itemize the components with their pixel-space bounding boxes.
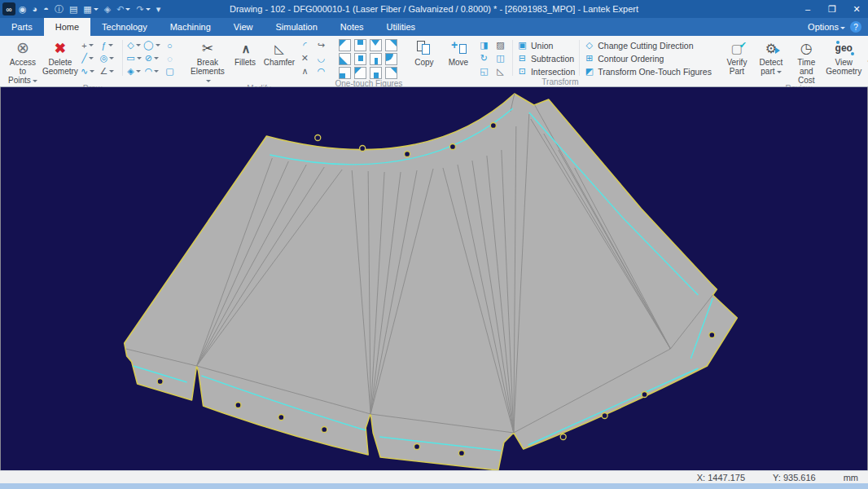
options-menu[interactable]: Options bbox=[808, 22, 845, 32]
one-touch-figure-icon[interactable] bbox=[339, 53, 351, 65]
transform-one-touch-button[interactable]: ◩ Transform One-Touch Figures bbox=[584, 65, 712, 77]
part-outline[interactable] bbox=[125, 94, 738, 470]
one-touch-figure-icon[interactable] bbox=[354, 67, 366, 79]
time-cost-label: Time and bbox=[791, 58, 822, 76]
scissors-icon: ✂ bbox=[202, 44, 213, 53]
arc-tool-icon[interactable]: ◠ bbox=[145, 65, 159, 77]
tab-parts[interactable]: Parts bbox=[0, 18, 44, 36]
detect-label: Detect bbox=[759, 58, 783, 67]
save-icon[interactable]: ▤ bbox=[69, 4, 77, 15]
slot-tool-icon[interactable]: ▢ bbox=[163, 65, 177, 77]
rotate-icon[interactable]: ↻ bbox=[477, 52, 491, 64]
app-logo-icon[interactable]: ∞ bbox=[2, 2, 15, 15]
arc-fit-icon[interactable]: ◠ bbox=[314, 65, 328, 77]
circle2-tool-icon[interactable]: ○ bbox=[163, 39, 177, 51]
line-tool-icon[interactable]: ╱ bbox=[81, 52, 94, 64]
mirror-icon[interactable]: ◨ bbox=[477, 39, 491, 51]
one-touch-figure-icon[interactable] bbox=[339, 39, 351, 51]
hole bbox=[414, 444, 420, 450]
transform-one-touch-icon: ◩ bbox=[584, 66, 594, 77]
trim-cross-icon[interactable]: ✕ bbox=[298, 52, 312, 64]
move-button[interactable]: + Move bbox=[441, 38, 476, 67]
union-button[interactable]: ▣ Union bbox=[517, 39, 575, 51]
customize-toolbar-icon[interactable]: ▾ bbox=[156, 4, 161, 15]
loop-trim-icon[interactable]: ◜ bbox=[298, 39, 312, 51]
contour-ordering-button[interactable]: ⊞ Contour Ordering bbox=[584, 52, 712, 64]
mirror-copy-icon[interactable]: ▨ bbox=[493, 39, 507, 51]
polyline-tool-icon[interactable]: ∿ bbox=[81, 65, 94, 77]
angle-tool-icon[interactable]: ∠ bbox=[100, 65, 114, 77]
ellipse-tool-icon[interactable]: ◌ bbox=[163, 52, 177, 64]
view-geometry-label: View bbox=[835, 58, 853, 67]
one-touch-figure-icon[interactable] bbox=[385, 67, 397, 79]
view-geometry-button[interactable]: geo View Geometry bbox=[825, 38, 863, 76]
open-icon[interactable]: ◕ bbox=[33, 4, 38, 14]
intersection-button[interactable]: ⊡ Intersection bbox=[517, 65, 575, 77]
chamfer-button[interactable]: ◺ Chamfer bbox=[262, 38, 296, 67]
print-icon[interactable]: ▦ bbox=[83, 4, 98, 15]
drawing-canvas[interactable] bbox=[0, 87, 868, 470]
one-touch-figure-icon[interactable] bbox=[339, 67, 351, 79]
stretch-curve-icon[interactable]: ◡ bbox=[314, 52, 328, 64]
skew-icon[interactable]: ◺ bbox=[493, 65, 507, 77]
tab-utilities[interactable]: Utilities bbox=[375, 18, 427, 36]
restore-button[interactable]: ❐ bbox=[821, 1, 844, 17]
preview-icon[interactable]: ◈ bbox=[104, 4, 111, 15]
info-icon[interactable]: ⓘ bbox=[55, 3, 64, 15]
delete-geometry-label2: Geometry bbox=[42, 67, 78, 76]
ribbon-group-one-touch: One-touch Figures bbox=[335, 36, 403, 86]
one-touch-figure-icon[interactable] bbox=[385, 53, 397, 65]
verify-part-button[interactable]: ▢✔ Verify Part bbox=[720, 38, 754, 76]
subtraction-button[interactable]: ⊟ Subtraction bbox=[517, 52, 575, 64]
scale-icon[interactable]: ◱ bbox=[477, 65, 491, 77]
access-to-points-button[interactable]: ⊗ Access to Points bbox=[4, 38, 42, 85]
undo-icon[interactable]: ↶ bbox=[116, 4, 130, 15]
one-touch-figure-icon[interactable] bbox=[385, 39, 397, 51]
one-touch-figure-icon[interactable] bbox=[370, 53, 382, 65]
nodes-icon[interactable]: ◬ bbox=[865, 51, 868, 63]
measure-icon[interactable]: ∗ bbox=[865, 38, 868, 50]
change-cutting-direction-button[interactable]: ◇ Change Cutting Direction bbox=[584, 39, 712, 51]
one-touch-figure-icon[interactable] bbox=[370, 67, 382, 79]
move-label: Move bbox=[449, 58, 468, 67]
circle-tool-icon[interactable]: ◎ bbox=[100, 52, 114, 64]
rectangle-tool-icon[interactable]: ▭ bbox=[127, 52, 141, 64]
minimize-button[interactable]: – bbox=[796, 1, 819, 17]
copy-button[interactable]: Copy bbox=[407, 38, 441, 67]
tab-simulation[interactable]: Simulation bbox=[264, 18, 328, 36]
redo-icon[interactable]: ↷ bbox=[136, 4, 150, 15]
close-button[interactable]: ✕ bbox=[845, 1, 868, 17]
modify-tools-grid: ◜ ↪ ✕ ◡ ∧ ◠ bbox=[298, 39, 329, 77]
hole bbox=[458, 451, 464, 456]
break-elements-button[interactable]: ✂ Break Elements bbox=[187, 38, 228, 85]
help-button[interactable]: ? bbox=[850, 21, 861, 33]
rounded-rect-tool-icon[interactable]: ◈ bbox=[127, 65, 141, 77]
tab-notes[interactable]: Notes bbox=[329, 18, 375, 36]
import-icon[interactable]: ◓ bbox=[43, 4, 49, 14]
detect-part-button[interactable]: ⚙ Detect part bbox=[754, 38, 788, 76]
hole bbox=[642, 392, 647, 398]
reverse-icon[interactable]: ↪ bbox=[314, 39, 328, 51]
tab-home[interactable]: Home bbox=[44, 18, 90, 36]
delete-geometry-button[interactable]: ✖ Delete Geometry bbox=[42, 38, 79, 76]
copy-label: Copy bbox=[414, 58, 433, 67]
tab-machining[interactable]: Machining bbox=[159, 18, 222, 36]
tab-view[interactable]: View bbox=[222, 18, 265, 36]
align-icon[interactable]: ◫ bbox=[493, 52, 507, 64]
new-icon[interactable]: ◉ bbox=[19, 4, 27, 15]
point-tool-icon[interactable]: + bbox=[81, 39, 94, 51]
fillets-button[interactable]: ∧ Fillets bbox=[228, 38, 262, 67]
one-touch-figure-icon[interactable] bbox=[370, 39, 382, 51]
rhombus-tool-icon[interactable]: ◇ bbox=[127, 39, 141, 51]
loop-check-icon[interactable]: ↺ bbox=[865, 64, 868, 76]
contour-ordering-icon: ⊞ bbox=[584, 53, 594, 64]
one-touch-figure-icon[interactable] bbox=[354, 53, 366, 65]
curve-tool-icon[interactable]: ƒ bbox=[100, 39, 114, 51]
one-touch-figure-icon[interactable] bbox=[354, 39, 366, 51]
extend-icon[interactable]: ∧ bbox=[298, 65, 312, 77]
oblong-tool-icon[interactable]: ⊘ bbox=[145, 52, 159, 64]
union-label: Union bbox=[531, 41, 553, 51]
tab-technology[interactable]: Technology bbox=[90, 18, 159, 36]
time-and-cost-button[interactable]: ◷ Time and Cost bbox=[788, 38, 825, 85]
polygon-tool-icon[interactable]: ◯ bbox=[145, 39, 159, 51]
